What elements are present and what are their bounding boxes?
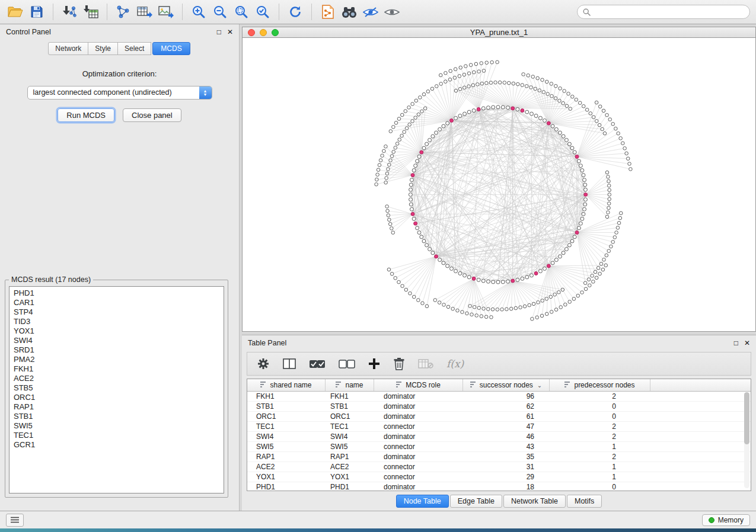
run-mcds-button[interactable]: Run MCDS bbox=[58, 108, 114, 122]
deselect-all-icon[interactable] bbox=[339, 355, 355, 372]
table-row[interactable]: SWI5SWI5connector431 bbox=[247, 442, 751, 452]
show-panel-list-button[interactable] bbox=[6, 514, 24, 527]
table-cell: RAP1 bbox=[247, 453, 326, 461]
toolbar-separator bbox=[53, 4, 53, 20]
search-field[interactable] bbox=[577, 5, 750, 19]
close-panel-icon[interactable]: ✕ bbox=[227, 28, 233, 36]
mcds-result-item[interactable]: RAP1 bbox=[9, 402, 224, 412]
hide-annotations-icon[interactable] bbox=[361, 2, 380, 21]
desktop-wallpaper-strip bbox=[0, 528, 756, 532]
tab-mcds[interactable]: MCDS bbox=[152, 42, 190, 55]
mcds-result-list[interactable]: PHD1CAR1STP4TID3YOX1SWI4SRD1PMA2FKH1ACE2… bbox=[9, 286, 224, 493]
mcds-result-item[interactable]: PMA2 bbox=[9, 355, 224, 364]
table-cell: 2 bbox=[550, 453, 650, 461]
column-header-shared-name[interactable]: shared name bbox=[247, 379, 326, 391]
tab-select[interactable]: Select bbox=[117, 42, 151, 55]
mcds-result-item[interactable]: STB5 bbox=[9, 383, 224, 393]
column-header-name[interactable]: name bbox=[326, 379, 374, 391]
tab-motifs[interactable]: Motifs bbox=[567, 495, 602, 508]
column-type-icon bbox=[564, 381, 571, 389]
find-icon[interactable] bbox=[340, 2, 359, 21]
share-document-icon[interactable] bbox=[318, 2, 337, 21]
show-annotations-icon[interactable] bbox=[382, 2, 401, 21]
table-row[interactable]: TEC1TEC1connector472 bbox=[247, 422, 751, 432]
mcds-result-item[interactable]: TEC1 bbox=[9, 431, 224, 440]
table-row[interactable]: ORC1ORC1dominator610 bbox=[247, 412, 751, 422]
maximize-window-icon[interactable] bbox=[272, 29, 279, 36]
table-row[interactable]: STB1STB1dominator620 bbox=[247, 402, 751, 412]
mcds-result-item[interactable]: SWI5 bbox=[9, 421, 224, 431]
toolbar-separator bbox=[107, 4, 107, 20]
application-window: Control Panel □ ✕ Network Style Select M… bbox=[0, 0, 756, 532]
table-toolbar: f(x) bbox=[247, 352, 751, 376]
column-header-successor-nodes[interactable]: successor nodes ⌄ bbox=[463, 379, 550, 391]
table-cell: connector bbox=[374, 473, 463, 481]
mcds-result-item[interactable]: PHD1 bbox=[9, 289, 224, 298]
table-cell: SWI5 bbox=[326, 443, 374, 451]
mcds-result-item[interactable]: YOX1 bbox=[9, 326, 224, 336]
float-table-panel-icon[interactable]: □ bbox=[734, 339, 738, 347]
tab-style[interactable]: Style bbox=[88, 42, 118, 55]
mcds-result-item[interactable]: CAR1 bbox=[9, 298, 224, 307]
mcds-result-item[interactable]: SRD1 bbox=[9, 345, 224, 355]
close-table-panel-icon[interactable]: ✕ bbox=[744, 339, 750, 347]
mcds-result-item[interactable]: TID3 bbox=[9, 317, 224, 326]
mcds-result-item[interactable]: STB1 bbox=[9, 412, 224, 421]
network-titlebar[interactable]: YPA_prune.txt_1 bbox=[242, 27, 756, 38]
zoom-out-icon[interactable] bbox=[210, 2, 229, 21]
table-row[interactable]: YOX1YOX1connector291 bbox=[247, 472, 751, 482]
table-scrollbar-thumb[interactable] bbox=[744, 392, 749, 444]
export-image-icon[interactable] bbox=[157, 2, 176, 21]
open-file-icon[interactable] bbox=[6, 2, 25, 21]
mcds-result-item[interactable]: FKH1 bbox=[9, 364, 224, 374]
close-window-icon[interactable] bbox=[248, 29, 255, 36]
zoom-selected-icon[interactable] bbox=[253, 2, 272, 21]
optimization-criterion-select[interactable]: largest connected component (undirected)… bbox=[27, 86, 212, 100]
table-cell: 29 bbox=[463, 473, 550, 481]
table-cell: ORC1 bbox=[326, 412, 374, 421]
minimize-window-icon[interactable] bbox=[260, 29, 267, 36]
mcds-result-item[interactable]: STP4 bbox=[9, 307, 224, 317]
table-cell: TEC1 bbox=[247, 422, 326, 431]
tab-node-table[interactable]: Node Table bbox=[396, 495, 449, 508]
zoom-fit-icon[interactable] bbox=[232, 2, 251, 21]
column-header-predecessor-nodes[interactable]: predecessor nodes bbox=[550, 379, 650, 391]
mcds-result-item[interactable]: ACE2 bbox=[9, 374, 224, 383]
save-session-icon[interactable] bbox=[27, 2, 46, 21]
close-panel-button[interactable]: Close panel bbox=[123, 108, 181, 122]
tab-network[interactable]: Network bbox=[48, 42, 88, 55]
table-cell: 1 bbox=[550, 463, 650, 471]
import-table-icon[interactable] bbox=[81, 2, 100, 21]
float-panel-icon[interactable]: □ bbox=[217, 28, 221, 36]
table-settings-gear-icon[interactable] bbox=[257, 355, 270, 372]
tab-edge-table[interactable]: Edge Table bbox=[450, 495, 502, 508]
memory-label: Memory bbox=[718, 516, 744, 524]
delete-column-icon[interactable] bbox=[393, 355, 405, 372]
memory-button[interactable]: Memory bbox=[702, 514, 750, 526]
table-row[interactable]: PHD1PHD1dominator180 bbox=[247, 482, 751, 491]
zoom-in-icon[interactable] bbox=[189, 2, 208, 21]
table-cell: FKH1 bbox=[247, 392, 326, 400]
export-network-icon[interactable] bbox=[114, 2, 133, 21]
table-row[interactable]: FKH1FKH1dominator962 bbox=[247, 392, 751, 402]
show-columns-icon[interactable] bbox=[283, 355, 296, 372]
sort-descending-icon: ⌄ bbox=[537, 382, 542, 389]
import-network-icon[interactable] bbox=[60, 2, 79, 21]
mcds-result-item[interactable]: ORC1 bbox=[9, 393, 224, 402]
select-all-icon[interactable] bbox=[309, 355, 326, 372]
mcds-result-item[interactable]: GCR1 bbox=[9, 440, 224, 450]
tab-network-table[interactable]: Network Table bbox=[503, 495, 566, 508]
table-row[interactable]: ACE2ACE2connector311 bbox=[247, 462, 751, 472]
table-row[interactable]: SWI4SWI4dominator462 bbox=[247, 432, 751, 442]
refresh-layout-icon[interactable] bbox=[286, 2, 305, 21]
column-label: name bbox=[345, 381, 363, 389]
column-header-mcds-role[interactable]: MCDS role bbox=[374, 379, 463, 391]
export-table-icon[interactable] bbox=[135, 2, 154, 21]
mcds-result-item[interactable]: SWI4 bbox=[9, 336, 224, 345]
search-input[interactable] bbox=[594, 7, 744, 17]
table-cell: 2 bbox=[550, 432, 650, 441]
table-row[interactable]: RAP1RAP1dominator352 bbox=[247, 452, 751, 462]
network-canvas[interactable] bbox=[242, 38, 756, 332]
add-column-icon[interactable] bbox=[368, 355, 380, 372]
table-scrollbar[interactable] bbox=[744, 392, 749, 488]
